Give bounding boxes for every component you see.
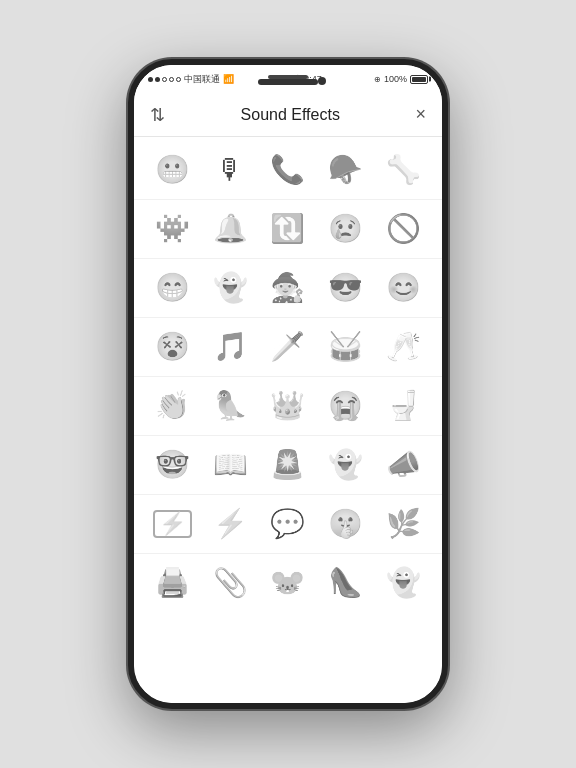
sound-item-clap[interactable]: 👏 [150,383,196,429]
sound-item-flashbox[interactable]: ⚡ [150,501,196,547]
sound-item-grin[interactable]: 😁 [150,265,196,311]
sound-item-printer[interactable]: 🖨️ [150,560,196,606]
grid-row-8: 🖨️ 📎 🐭 👠 👻 [134,554,442,612]
sound-item-cheers[interactable]: 🥂 [380,324,426,370]
sound-item-lightning[interactable]: ⚡ [207,501,253,547]
sound-item-woozy[interactable]: 😵 [150,324,196,370]
sound-item-ghost3[interactable]: 👻 [380,560,426,606]
sound-item-alien[interactable]: 👾 [150,206,196,252]
app-header: ⇅ Sound Effects × [134,93,442,137]
sound-item-ghost2[interactable]: 👻 [323,442,369,488]
location-icon: ⊕ [374,75,381,84]
wifi-icon: 📶 [223,74,234,84]
carrier-label: 中国联通 [184,73,220,86]
grid-row-1: 😬 🎙 📞 🪖 🦴 [134,141,442,200]
close-button[interactable]: × [415,104,426,125]
status-left: 中国联通 📶 [148,73,234,86]
sound-item-bell[interactable]: 🔔 [207,206,253,252]
signal-dot-2 [155,77,160,82]
sound-item-nerd[interactable]: 🤓 [150,442,196,488]
status-right: ⊕ 100% [374,74,428,84]
grid-row-6: 🤓 📖 🚨 👻 📣 [134,436,442,495]
sound-item-shush[interactable]: 🤫 [323,501,369,547]
sound-item-ghost[interactable]: 👻 [207,265,253,311]
sound-item-alarm[interactable]: 🚨 [265,442,311,488]
sound-item-book[interactable]: 📖 [207,442,253,488]
phone-screen: 中国联通 📶 下午2:47 ⊕ 100% ⇅ Sound Effects × 😬 [134,65,442,703]
grid-row-4: 😵 🎵 🗡️ 🥁 🥂 [134,318,442,377]
sound-item-teeth[interactable]: 😬 [150,147,196,193]
sound-item-witch[interactable]: 🧙 [265,265,311,311]
sound-item-reload[interactable]: 🔃 [265,206,311,252]
sound-item-cry[interactable]: 😭 [323,383,369,429]
signal-dot-5 [176,77,181,82]
signal-dot-4 [169,77,174,82]
sound-item-mouse[interactable]: 🐭 [265,560,311,606]
sound-item-sad[interactable]: 😢 [323,206,369,252]
sound-item-drum[interactable]: 🥁 [323,324,369,370]
battery-fill [412,77,426,82]
signal-dot-1 [148,77,153,82]
sound-item-cancel[interactable]: 🚫 [380,206,426,252]
sort-button[interactable]: ⇅ [150,104,165,126]
status-bar: 中国联通 📶 下午2:47 ⊕ 100% [134,65,442,93]
sound-item-heel[interactable]: 👠 [323,560,369,606]
phone-speaker [268,75,308,79]
sound-item-note[interactable]: 🎵 [207,324,253,370]
sound-item-phone[interactable]: 📞 [265,147,311,193]
sound-item-sword[interactable]: 🗡️ [265,324,311,370]
signal-dots [148,77,181,82]
sound-item-toilet[interactable]: 🚽 [380,383,426,429]
phone-camera [318,77,326,85]
sound-item-crown[interactable]: 👑 [265,383,311,429]
signal-dot-3 [162,77,167,82]
grid-row-5: 👏 🦜 👑 😭 🚽 [134,377,442,436]
sound-grid: 😬 🎙 📞 🪖 🦴 👾 🔔 🔃 😢 🚫 😁 👻 🧙 😎 😊 [134,137,442,703]
sound-item-bone[interactable]: 🦴 [380,147,426,193]
sound-item-cool[interactable]: 😎 [323,265,369,311]
battery-label: 100% [384,74,407,84]
sound-item-stapler[interactable]: 📎 [207,560,253,606]
sound-item-whistle[interactable]: 🎙 [207,147,253,193]
sound-item-sleep[interactable]: 💬 [265,501,311,547]
battery-icon [410,75,428,84]
sound-item-helmet[interactable]: 🪖 [323,147,369,193]
phone-frame: 中国联通 📶 下午2:47 ⊕ 100% ⇅ Sound Effects × 😬 [128,59,448,709]
sound-item-bird[interactable]: 🦜 [207,383,253,429]
sound-item-fire[interactable]: 🌿 [380,501,426,547]
sound-item-megaphone[interactable]: 📣 [380,442,426,488]
page-title: Sound Effects [241,106,340,124]
grid-row-7: ⚡ ⚡ 💬 🤫 🌿 [134,495,442,554]
sound-item-happy[interactable]: 😊 [380,265,426,311]
grid-row-2: 👾 🔔 🔃 😢 🚫 [134,200,442,259]
grid-row-3: 😁 👻 🧙 😎 😊 [134,259,442,318]
